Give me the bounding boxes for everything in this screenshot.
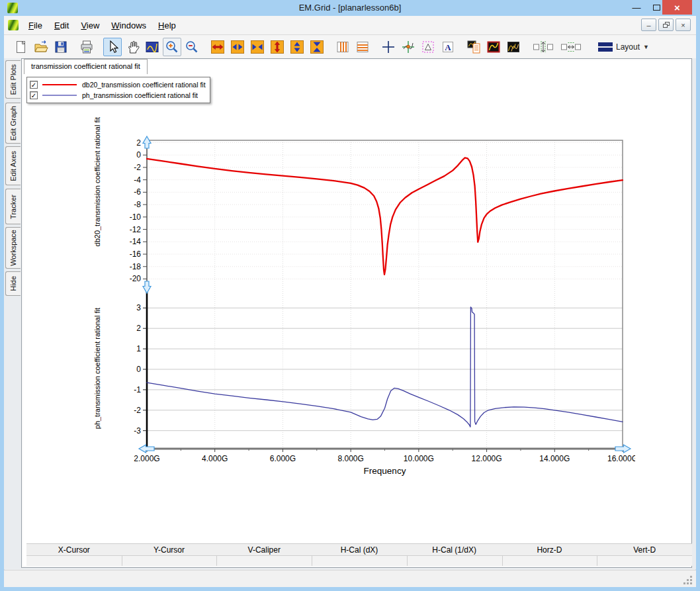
x-tick-label: 10.000G: [404, 454, 434, 463]
bottom-y-tick-label: 0: [136, 365, 141, 374]
measure-vertical-icon[interactable]: [530, 38, 556, 56]
legend-box[interactable]: ✓db20_transmission coefficient rational …: [26, 77, 210, 103]
toolbar: ALayout▼: [4, 35, 696, 58]
compress-x-icon[interactable]: [248, 38, 267, 56]
sidebar-tab-tracker[interactable]: Tracker: [5, 189, 21, 224]
db20-curve: [147, 158, 623, 275]
pan-x-icon[interactable]: [228, 38, 247, 56]
menu-edit[interactable]: Edit: [48, 18, 75, 33]
menu-windows[interactable]: Windows: [105, 18, 152, 33]
x-tick-label: 2.000G: [134, 454, 159, 463]
status-value-cell: [312, 555, 407, 566]
save-icon[interactable]: [52, 38, 70, 56]
sidebar-tab-edit-plots[interactable]: Edit Plots: [5, 60, 21, 99]
toolbar-separator: [524, 38, 530, 56]
pan-y-icon[interactable]: [288, 38, 306, 56]
menu-items: FileEditViewWindowsHelp: [22, 18, 182, 33]
toolbar-separator: [97, 38, 103, 56]
zoom-box-icon[interactable]: [143, 38, 161, 56]
multi-plot-icon[interactable]: [504, 38, 523, 56]
open-file-icon[interactable]: [32, 38, 50, 56]
sidebar-tab-edit-graph[interactable]: Edit Graph: [5, 103, 21, 144]
top-y-tick-label: -14: [130, 237, 142, 246]
legend-row: ✓ph_transmission coefficient rational fi…: [30, 90, 206, 101]
pan-hand-icon[interactable]: [123, 38, 142, 56]
select-arrow-icon[interactable]: [103, 38, 122, 56]
top-y-tick-label: -16: [130, 250, 142, 259]
sidebar-tab-label: Hide: [9, 276, 17, 291]
layout-icon: [598, 42, 613, 52]
mdi-restore-button[interactable]: [658, 19, 674, 31]
sidebar-tab-workspace[interactable]: Workspace: [5, 227, 21, 269]
tracker-icon[interactable]: [399, 38, 417, 56]
menu-view[interactable]: View: [75, 18, 105, 33]
bottom-y-tick-label: -3: [134, 426, 141, 435]
chevron-down-icon: ▼: [643, 44, 649, 50]
vertical-grid-icon[interactable]: [333, 38, 352, 56]
caliper-icon[interactable]: [419, 38, 437, 56]
compress-y-icon[interactable]: [308, 38, 326, 56]
toolbar-separator: [459, 38, 464, 56]
bottom-y-tick-label: -2: [134, 406, 141, 415]
mdi-close-button[interactable]: ×: [676, 19, 691, 31]
top-axis-upper-handle[interactable]: [143, 136, 151, 148]
menu-help[interactable]: Help: [152, 18, 182, 33]
document-tab[interactable]: transmission coefficient rational fit: [24, 59, 148, 74]
legend-row: ✓db20_transmission coefficient rational …: [30, 79, 206, 90]
legend-checkbox-0[interactable]: ✓: [30, 81, 38, 89]
sidebar-tab-hide[interactable]: Hide: [5, 271, 21, 296]
legend-line-sample: [42, 84, 77, 85]
em-grid-window: { "window": { "title": "EM.Grid - [plana…: [0, 0, 700, 591]
horizontal-grid-icon[interactable]: [353, 38, 372, 56]
mdi-minimize-button[interactable]: –: [641, 19, 656, 31]
x-tick-label: 6.000G: [270, 454, 296, 463]
full-scale-x-icon[interactable]: [208, 38, 227, 56]
title-bar[interactable]: EM.Grid - [planarlesson6b] — ×: [0, 0, 700, 16]
bottom-y-tick-label: -1: [134, 385, 141, 394]
sidebar-tab-label: Tracker: [9, 195, 17, 219]
bottom-y-tick-label: 1: [136, 344, 141, 353]
x-tick-label: 14.000G: [539, 454, 570, 463]
x-tick-label: 4.000G: [202, 454, 228, 463]
legend-checkbox-1[interactable]: ✓: [30, 91, 38, 99]
zoom-in-icon[interactable]: [163, 38, 181, 56]
x-tick-label: 12.000G: [472, 454, 502, 463]
measure-horizontal-icon[interactable]: [558, 38, 584, 56]
plot-report-icon[interactable]: [464, 38, 483, 56]
top-y-tick-label: -20: [130, 274, 142, 283]
sidebar-tab-edit-axes[interactable]: Edit Axes: [5, 146, 21, 185]
sidebar-tab-label: Workspace: [9, 230, 17, 266]
status-strip: [4, 570, 696, 587]
layout-label: Layout: [616, 42, 640, 52]
top-y-tick-label: -12: [130, 225, 142, 234]
text-label-icon[interactable]: A: [439, 38, 457, 56]
menu-bar: FileEditViewWindowsHelp – ×: [4, 16, 696, 35]
new-document-icon[interactable]: [12, 38, 30, 56]
status-value-cell: [216, 555, 312, 566]
top-y-tick-label: -10: [130, 212, 142, 222]
ph-curve: [147, 307, 623, 427]
window-title: EM.Grid - [planarlesson6b]: [0, 3, 700, 13]
bottom-y-tick-label: 2: [136, 324, 141, 333]
status-value-cell: [597, 555, 692, 566]
resize-grip[interactable]: [683, 575, 692, 584]
zoom-out-icon[interactable]: [183, 38, 201, 56]
toolbar-separator: [586, 38, 591, 56]
plot-canvas[interactable]: 20-2-4-6-8-10-12-14-16-18-203210-1-2-32.…: [89, 132, 635, 486]
top-y-tick-label: 2: [136, 138, 141, 148]
top-y-tick-label: -8: [134, 200, 141, 209]
layout-menu-button[interactable]: Layout▼: [594, 40, 653, 54]
minimize-button[interactable]: —: [627, 0, 646, 15]
sidebar-tab-label: Edit Graph: [9, 106, 17, 141]
status-column-v-caliper: V-Caliper: [216, 544, 312, 555]
menu-file[interactable]: File: [22, 18, 48, 33]
print-icon[interactable]: [77, 38, 96, 56]
top-axis-lower-handle[interactable]: [143, 281, 151, 293]
single-plot-icon[interactable]: [484, 38, 503, 56]
maximize-icon: [653, 5, 660, 11]
status-value-cell: [26, 555, 122, 566]
full-scale-y-icon[interactable]: [268, 38, 286, 56]
close-button[interactable]: ×: [662, 0, 692, 15]
crosshair-icon[interactable]: [379, 38, 398, 56]
top-y-tick-label: -4: [134, 175, 141, 185]
